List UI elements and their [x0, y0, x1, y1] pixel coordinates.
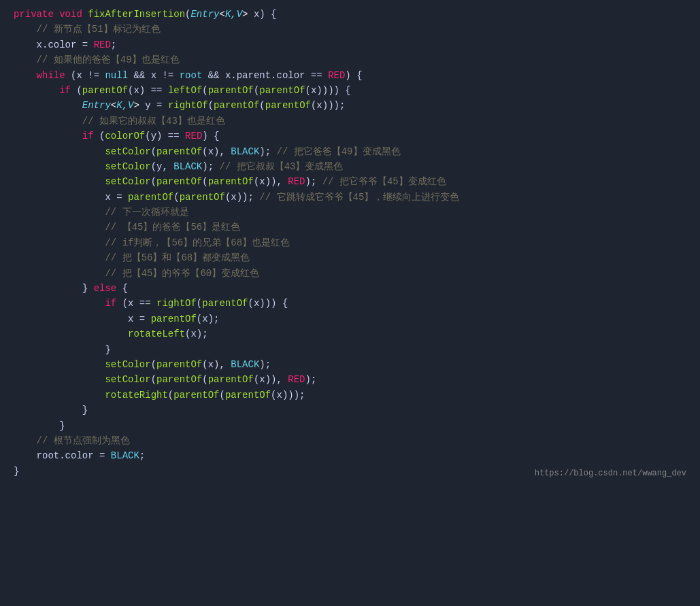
- line-5: // 如果他的爸爸【49】也是红色: [14, 52, 686, 67]
- line-1: private void fixAfterInsertion(Entry<K,V…: [14, 7, 686, 22]
- line-17: // 【45】的爸爸【56】是红色: [14, 220, 686, 235]
- line-13: setColor(y, BLACK); // 把它叔叔【43】变成黑色: [14, 159, 686, 174]
- line-23: x = parentOf(x);: [14, 312, 686, 326]
- line-27: setColor(parentOf(parentOf(x)), RED);: [14, 372, 686, 387]
- line-10: // 如果它的叔叔【43】也是红色: [14, 114, 686, 129]
- line-11: if (colorOf(y) == RED) {: [14, 129, 686, 144]
- code-block: private void fixAfterInsertion(Entry<K,V…: [0, 0, 700, 486]
- line-6: while (x != null && x != root && x.paren…: [14, 68, 686, 83]
- line-7: if (parentOf(x) == leftOf(parentOf(paren…: [14, 83, 686, 98]
- line-4: x.color = RED;: [14, 37, 686, 52]
- line-12: setColor(parentOf(x), BLACK); // 把它爸爸【49…: [14, 144, 686, 159]
- line-28: rotateRight(parentOf(parentOf(x)));: [14, 388, 686, 403]
- line-24: rotateLeft(x);: [14, 326, 686, 341]
- line-31: // 根节点强制为黑色: [14, 433, 686, 448]
- line-26: setColor(parentOf(x), BLACK);: [14, 357, 686, 372]
- url-label: https://blog.csdn.net/wwang_dev: [535, 467, 686, 480]
- line-30: }: [14, 418, 686, 433]
- line-18: // if判断，【56】的兄弟【68】也是红色: [14, 235, 686, 250]
- line-16: // 下一次循环就是: [14, 205, 686, 220]
- line-3: // 新节点【51】标记为红色: [14, 22, 686, 37]
- line-20: // 把【45】的爷爷【60】变成红色: [14, 266, 686, 281]
- line-19: // 把【56】和【68】都变成黑色: [14, 250, 686, 265]
- line-15: x = parentOf(parentOf(x)); // 它跳转成它爷爷【45…: [14, 190, 686, 205]
- line-25: }: [14, 342, 686, 357]
- line-22: if (x == rightOf(parentOf(x))) {: [14, 296, 686, 311]
- line-21: } else {: [14, 281, 686, 296]
- line-14: setColor(parentOf(parentOf(x)), RED); //…: [14, 174, 686, 189]
- line-29: }: [14, 403, 686, 418]
- line-8: Entry<K,V> y = rightOf(parentOf(parentOf…: [14, 98, 686, 113]
- line-32: root.color = BLACK;: [14, 448, 686, 463]
